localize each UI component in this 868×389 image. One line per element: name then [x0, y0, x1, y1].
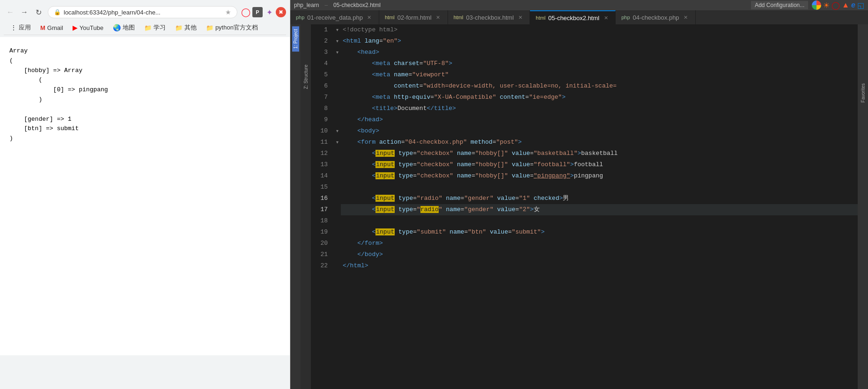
left-panel-strip: 1: Project	[290, 24, 301, 389]
line-num-9: 9	[311, 114, 333, 125]
tab-html-icon-4: html	[536, 15, 545, 21]
tab-04-checkbox-php-label: 04-checkbox.php	[633, 14, 679, 21]
line-num-7: 7	[311, 92, 333, 103]
output-line-2: (	[9, 56, 280, 66]
add-configuration-button[interactable]: Add Configuration...	[751, 1, 808, 9]
code-line-22: </html>	[341, 260, 858, 272]
bookmark-other[interactable]: 📁 其他	[172, 22, 199, 33]
tab-03-close[interactable]: ✕	[516, 14, 524, 21]
bookmark-maps[interactable]: 🌏 地图	[110, 22, 138, 33]
tab-php-icon-5: php	[621, 15, 630, 20]
fold-gutter: ▾ ▾ ▾ ▾ ▾	[333, 24, 341, 389]
youtube-label: YouTube	[80, 24, 103, 31]
z-structure-panel: Z: Structure	[301, 24, 311, 389]
line-num-13: 13	[311, 159, 333, 170]
code-line-4: <meta charset="UTF-8">	[341, 58, 858, 69]
line-num-12: 12	[311, 148, 333, 159]
tab-01-close[interactable]: ✕	[366, 14, 373, 21]
code-line-5: <meta name="viewport"	[341, 69, 858, 81]
top-info-bar: php_learn – 05-checkbox2.html Add Config…	[290, 0, 868, 10]
tab-03-checkbox[interactable]: html 03-checkbox.html ✕	[448, 10, 530, 24]
code-line-19: <input type="submit" name="btn" value="s…	[341, 227, 858, 238]
tab-05-checkbox2[interactable]: html 05-checkbox2.html ✕	[530, 10, 616, 24]
top-bar-left: php_learn – 05-checkbox2.html	[294, 2, 381, 8]
brave-icon: ▲	[842, 1, 849, 9]
tab-04-close[interactable]: ✕	[682, 14, 690, 21]
tab-02-form[interactable]: html 02-form.html ✕	[379, 10, 448, 24]
top-bar-separator: –	[324, 2, 328, 8]
tab-01-receive[interactable]: php 01-receive_data.php ✕	[290, 10, 379, 24]
opera-icon[interactable]: ◯	[240, 7, 251, 18]
firefox-icon: ☀	[823, 1, 830, 10]
maps-icon: 🌏	[113, 24, 121, 31]
line-numbers: 1 2 3 4 5 6 7 8 9 10 11 12 13 14 15 16 1…	[311, 24, 333, 389]
other-label: 其他	[184, 23, 197, 32]
bookmark-star-icon[interactable]: ★	[225, 8, 231, 16]
tab-02-close[interactable]: ✕	[434, 14, 442, 21]
address-bar[interactable]: 🔒 localhost:63342/php_learn/04-che... ★	[48, 6, 237, 18]
bookmark-gmail[interactable]: M Gmail	[37, 23, 66, 32]
output-line-5: [0] => pingpang	[9, 85, 280, 95]
browser-icons-right: ☀ ◯ ▲ e ◱	[812, 0, 864, 10]
lock-icon: 🔒	[54, 9, 61, 15]
code-line-17: <input type="radio" name="gender" value=…	[341, 204, 858, 215]
forward-button[interactable]: →	[18, 6, 31, 19]
line-num-18: 18	[311, 215, 333, 227]
line-num-11: 11	[311, 137, 333, 148]
browser-top: ← → ↻ 🔒 localhost:63342/php_learn/04-che…	[0, 0, 290, 35]
back-button[interactable]: ←	[4, 6, 17, 19]
code-line-18	[341, 215, 858, 227]
line-num-21: 21	[311, 249, 333, 260]
fold-7	[333, 92, 341, 103]
fold-4	[333, 58, 341, 69]
line-num-6: 6	[311, 81, 333, 92]
tab-03-checkbox-label: 03-checkbox.html	[466, 14, 514, 21]
top-bar-right: Add Configuration... ☀ ◯ ▲ e ◱	[751, 0, 864, 10]
output-line-6: )	[9, 95, 280, 105]
study-label: 学习	[154, 23, 166, 32]
chrome-icon	[812, 0, 821, 10]
project-name: php_learn	[294, 2, 319, 8]
circle-icon-red[interactable]: ✖	[276, 7, 286, 17]
bookmarks-bar: ⋮ 应用 M Gmail ▶ YouTube 🌏 地图 📁 学习 📁 其他	[4, 21, 286, 35]
bookmark-youtube[interactable]: ▶ YouTube	[70, 23, 106, 32]
folder-icon-2: 📁	[175, 24, 183, 31]
code-line-8: <title>Document</title>	[341, 103, 858, 114]
bookmark-apps[interactable]: ⋮ 应用	[7, 22, 34, 33]
reload-button[interactable]: ↻	[32, 6, 45, 19]
bookmark-python[interactable]: 📁 python官方文档	[203, 22, 261, 33]
code-line-6: content="width=device-width, user-scalab…	[341, 81, 858, 92]
code-line-14: <input type="checkbox" name="hobby[]" va…	[341, 170, 858, 182]
fold-8	[333, 103, 341, 114]
ext-icon-2[interactable]: P	[252, 7, 263, 17]
page-output: Array ( [hobby] => Array ( [0] => pingpa…	[0, 37, 290, 355]
line-num-1: 1	[311, 24, 333, 36]
ext-icon-3[interactable]: ✦	[264, 7, 275, 18]
tab-php-icon-1: php	[296, 15, 304, 20]
output-line-4: (	[9, 75, 280, 85]
tab-04-checkbox-php[interactable]: php 04-checkbox.php ✕	[616, 10, 695, 24]
fold-1: ▾	[333, 24, 341, 36]
code-content[interactable]: <!doctype html> <html lang="en"> <head> …	[341, 24, 858, 389]
z-structure-btn[interactable]: Z: Structure	[302, 62, 309, 92]
code-line-13: <input type="checkbox" name="hobby[]" va…	[341, 159, 858, 170]
ie-icon: e	[851, 1, 855, 9]
line-num-14: 14	[311, 170, 333, 182]
youtube-icon: ▶	[73, 24, 78, 31]
output-line-9: [btn] => submit	[9, 124, 280, 134]
tab-05-checkbox2-label: 05-checkbox2.html	[548, 15, 599, 22]
maps-label: 地图	[123, 23, 135, 32]
tab-05-close[interactable]: ✕	[602, 14, 610, 22]
browser-nav-buttons: ← → ↻	[4, 6, 45, 19]
code-editor: 1 2 3 4 5 6 7 8 9 10 11 12 13 14 15 16 1…	[311, 24, 858, 389]
favorites-btn[interactable]: Favorites	[860, 81, 867, 105]
line-num-4: 4	[311, 58, 333, 69]
code-line-9: </head>	[341, 114, 858, 125]
fold-9	[333, 114, 341, 125]
apps-label: 应用	[19, 23, 31, 32]
bookmark-study[interactable]: 📁 学习	[141, 22, 169, 33]
code-line-12: <input type="checkbox" name="hobby[]" va…	[341, 148, 858, 159]
extension-icons: ◯ P ✦ ✖	[240, 7, 286, 18]
code-line-21: </body>	[341, 249, 858, 260]
project-panel-btn[interactable]: 1: Project	[292, 26, 299, 51]
